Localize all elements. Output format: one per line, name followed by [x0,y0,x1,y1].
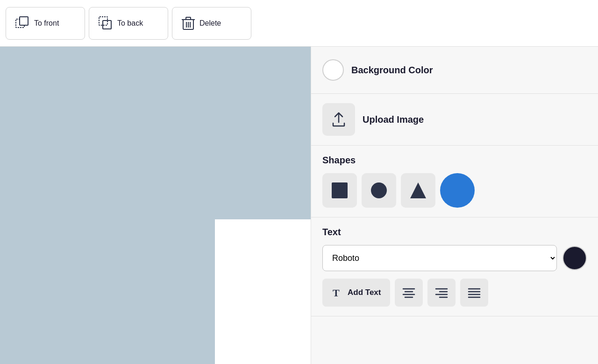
square-shape-icon [331,182,349,199]
shape-triangle-button[interactable] [401,173,435,208]
to-back-button[interactable]: To back [89,7,168,40]
align-center-icon [401,285,416,300]
to-back-label: To back [117,19,143,28]
shape-circle-blue-button[interactable] [440,173,475,208]
shape-square-button[interactable] [322,173,357,208]
font-select[interactable]: Roboto Arial Times New Roman Helvetica G… [322,245,557,271]
bg-color-row: Background Color [322,56,587,84]
align-right-icon [434,285,449,300]
to-front-icon [15,16,29,30]
circle-shape-icon [370,182,388,199]
delete-button[interactable]: Delete [172,7,251,40]
text-controls-row: Roboto Arial Times New Roman Helvetica G… [322,245,587,271]
canvas-area[interactable] [0,47,311,364]
to-front-button[interactable]: To front [6,7,85,40]
svg-marker-12 [410,182,426,198]
upload-row: Upload Image [322,103,587,136]
upload-image-section: Upload Image [311,94,598,146]
align-center-button[interactable] [395,279,423,307]
delete-label: Delete [199,19,221,28]
add-text-label: Add Text [348,288,381,297]
svg-rect-10 [332,182,348,198]
text-t-icon: T [332,287,343,298]
add-text-button[interactable]: T Add Text [322,279,390,307]
svg-rect-1 [20,17,28,25]
svg-point-11 [371,182,387,198]
align-justify-icon [467,285,482,300]
main-area: Background Color Upload Image [0,47,598,364]
svg-rect-6 [186,17,191,20]
delete-icon [182,16,195,30]
right-panel: Background Color Upload Image [311,47,598,364]
triangle-shape-icon [409,182,427,199]
canvas-white-bottom [215,219,311,364]
bg-color-label: Background Color [351,65,433,76]
text-section-label: Text [322,227,587,238]
text-buttons-row: T Add Text [322,279,587,307]
shapes-label: Shapes [322,155,587,166]
upload-icon [330,111,347,128]
align-right-button[interactable] [427,279,456,307]
background-color-section: Background Color [311,47,598,94]
svg-text:T: T [333,287,340,298]
text-color-circle[interactable] [562,246,587,270]
to-back-icon [99,16,113,30]
align-justify-button[interactable] [460,279,488,307]
to-front-label: To front [34,19,59,28]
upload-image-button[interactable] [322,103,355,136]
shape-circle-button[interactable] [362,173,396,208]
text-section: Text Roboto Arial Times New Roman Helvet… [311,217,598,316]
upload-image-label: Upload Image [363,114,424,125]
toolbar: To front To back Delete [0,0,598,47]
bg-color-circle[interactable] [322,59,344,81]
shapes-row [322,173,587,208]
shapes-section: Shapes [311,146,598,217]
